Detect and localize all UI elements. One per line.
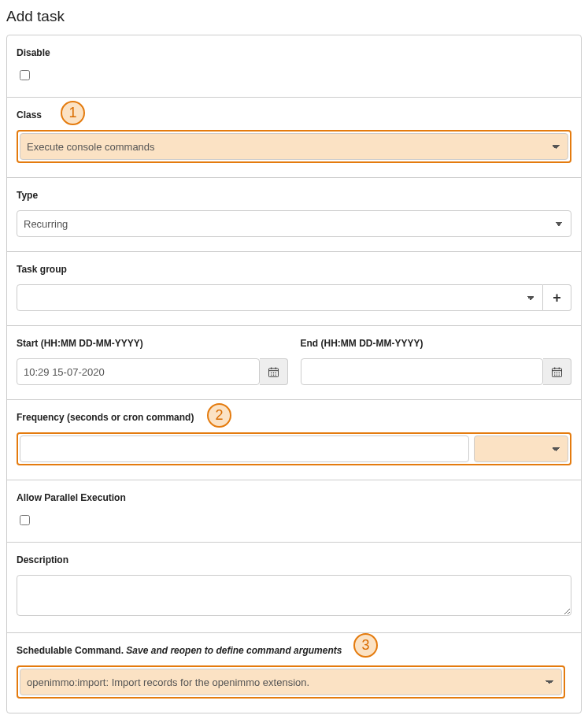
svg-point-6 <box>275 372 276 372</box>
section-parallel: Allow Parallel Execution <box>7 480 581 543</box>
svg-point-8 <box>272 374 273 375</box>
callout-1: 1 <box>61 101 85 125</box>
svg-point-7 <box>270 374 271 375</box>
svg-point-19 <box>559 374 560 375</box>
callout-2: 2 <box>207 403 231 428</box>
callout-3: 3 <box>353 633 378 658</box>
svg-point-4 <box>270 372 271 372</box>
add-task-group-button[interactable]: + <box>543 284 571 311</box>
type-label: Type <box>17 190 38 201</box>
disable-checkbox[interactable] <box>20 70 30 80</box>
description-textarea[interactable] <box>17 575 571 616</box>
description-label: Description <box>17 554 68 565</box>
frequency-input[interactable] <box>20 435 469 462</box>
section-task-group: Task group + <box>7 252 581 326</box>
command-select[interactable]: openimmo:import: Import records for the … <box>20 669 562 695</box>
page-title: Add task <box>6 8 582 25</box>
add-task-form: Disable Class 1 Execute console commands… <box>6 35 582 713</box>
type-select[interactable]: Recurring <box>17 210 571 237</box>
section-frequency: Frequency (seconds or cron command) 2 <box>7 400 581 480</box>
frequency-highlight <box>17 432 571 465</box>
command-label: Schedulable Command. Save and reopen to … <box>17 645 342 656</box>
parallel-label: Allow Parallel Execution <box>17 492 126 503</box>
section-disable: Disable <box>7 35 581 98</box>
svg-point-15 <box>557 372 557 372</box>
end-input[interactable] <box>301 358 544 385</box>
section-class: Class 1 Execute console commands <box>7 98 581 178</box>
frequency-preset-select[interactable] <box>474 435 568 462</box>
start-input[interactable] <box>17 358 260 385</box>
task-group-select[interactable] <box>17 284 543 311</box>
command-highlight: openimmo:import: Import records for the … <box>17 665 565 699</box>
class-label: Class <box>17 109 42 120</box>
svg-point-5 <box>272 372 273 372</box>
section-description: Description <box>7 543 581 633</box>
frequency-label: Frequency (seconds or cron command) <box>17 412 194 423</box>
command-label-main: Schedulable Command. <box>17 645 126 656</box>
svg-point-9 <box>275 374 276 375</box>
end-label: End (HH:MM DD-MM-YYYY) <box>301 338 423 349</box>
section-command: Schedulable Command. Save and reopen to … <box>7 633 581 713</box>
class-highlight: Execute console commands <box>17 130 571 163</box>
svg-point-16 <box>559 372 560 372</box>
parallel-checkbox[interactable] <box>20 515 30 525</box>
disable-label: Disable <box>17 47 50 58</box>
section-type: Type Recurring <box>7 178 581 252</box>
start-label: Start (HH:MM DD-MM-YYYY) <box>17 338 143 349</box>
section-dates: Start (HH:MM DD-MM-YYYY) End (HH:MM DD-M… <box>7 326 581 400</box>
command-label-hint: Save and reopen to define command argume… <box>126 645 342 656</box>
svg-point-18 <box>557 374 557 375</box>
svg-point-14 <box>554 372 555 372</box>
calendar-icon[interactable] <box>543 358 571 385</box>
svg-point-17 <box>554 374 555 375</box>
class-select[interactable]: Execute console commands <box>20 133 568 160</box>
task-group-label: Task group <box>17 264 67 275</box>
calendar-icon[interactable] <box>260 358 288 385</box>
